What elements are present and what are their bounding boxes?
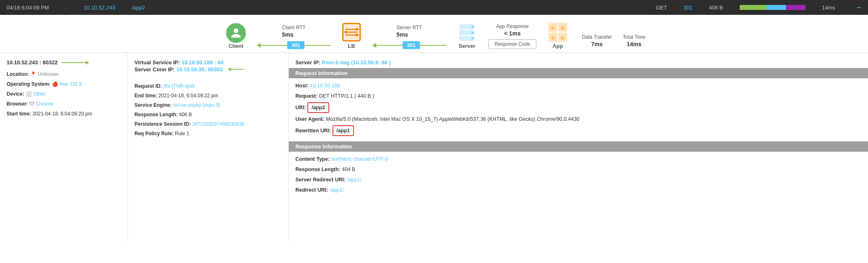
request-id-row: Request ID: jRx-jTNR-ItyW [134,82,282,90]
client-rtt-value: 5ms [282,31,305,38]
left-panel: 10.10.52.243 : 60322 Location: 📍 Unknown… [0,53,128,242]
vip-row: Virtual Service IP: 10.10.50.188 : 80 [134,59,243,66]
arrow-line [261,45,288,46]
browser-value: Chrome [36,101,54,107]
total-time: 14ms [822,5,835,11]
arrow-line5 [231,69,243,70]
server-label: Server [459,43,475,49]
main-content: 10.10.52.243 : 60322 Location: 📍 Unknown… [0,53,868,242]
request-value: GET HTTP/1.1 ( 440 B ) [319,93,374,99]
response-info-section: Response Information Content Type: text/… [289,141,868,200]
http-method: GET [656,5,667,11]
server-ip-value: Pool-2-img (10.10.50.9: 80 ) [322,59,391,66]
status-code: 301 [684,5,693,11]
data-transfer-label: Data Transfer [582,34,612,40]
end-time-label: End time: [134,93,157,99]
timestamp: 04/18 6:04:09 PM [7,5,49,11]
redirect-uri-value: /app1/ [330,187,344,193]
end-time-row: End time: 2021-04-18, 6:04:09:22 pm [134,92,282,99]
client-rtt: Client RTT 5ms 301 [257,25,331,49]
network-diagram: Client Client RTT 5ms 301 [0,15,868,53]
client-icon [226,23,246,43]
total-time-value: 14ms [627,41,642,47]
server-redirect-value: /app1/ [347,177,361,183]
arrow-line3 [376,45,403,46]
persistence-row: Persistence Session ID: 3472328297456030… [134,120,282,128]
client-arrow [61,61,89,65]
response-code-box: Response Code [488,39,536,49]
vip-label: Virtual Service IP: [134,59,180,66]
redirect-uri-label: Redirect URI: [295,187,328,193]
request-info-section: Request Information Host: 10.10.50.188 R… [289,68,868,141]
server-rtt: Server RTT 5ms 301 [372,25,446,49]
data-transfer-col: Data Transfer 7ms [578,34,616,49]
browser-row: Browser: 🛡 Chrome [7,100,121,108]
client-rtt-label: Client RTT [282,25,305,31]
request-row: Request: GET HTTP/1.1 ( 440 B ) [295,92,861,100]
os-value: Mac OS X [59,81,82,87]
timing-bar [740,5,806,10]
top-bar: 04/18 6:04:09 PM - 10.10.52.243 /app2 GE… [0,0,868,15]
req-policy-value: Rule 1 [175,131,189,136]
vip-arrow-row: Virtual Service IP: 10.10.50.188 : 80 Se… [134,59,282,77]
arrow-left-head3 [228,67,231,71]
response-code-label: Response Code [495,41,530,47]
location-label: Location: [7,71,29,77]
response-info-header: Response Information [289,141,868,152]
uri-value: /app2 [307,102,329,113]
mid-panel: Virtual Service IP: 10.10.50.188 : 80 Se… [128,53,289,242]
end-time-value: 2021-04-18, 6:04:09:22 pm [158,93,218,99]
device-icon: ⬜ [26,91,33,97]
arrow-line4 [419,45,446,46]
response-length-value: 406 B [179,112,192,117]
collapse-button[interactable]: − [856,3,861,12]
server-node: Server [446,23,488,49]
response-length-row: Response Length: 406 B [134,111,282,118]
server-rtt-label: Server RTT [396,25,422,31]
resp-length-label: Response Length: [295,167,340,172]
app-label: App [552,43,563,49]
client-badge-301: 301 [287,41,304,49]
arrow-line2 [304,45,331,46]
total-time-col: Total Time 14ms [616,34,653,49]
req-policy-label: Req Policy Rule: [134,131,174,136]
device-value: Other [33,91,45,97]
device-row: Device: ⬜ Other [7,90,121,98]
client-ip-row: 10.10.52.243 : 60322 [7,59,121,66]
client-label: Client [229,43,243,49]
resp-length-value: 404 B [342,167,356,172]
request-id-value: jRx-jTNR-ItyW [163,83,195,89]
location-value: Unknown [38,71,59,77]
request-info-body: Host: 10.10.50.188 Request: GET HTTP/1.1… [289,78,868,141]
response-length-label: Response Length: [134,112,178,117]
server-redirect-label: Server Redirect URI: [295,177,346,183]
browser-icon: 🛡 [29,101,35,107]
server-ip-row: Server IP: Pool-2-img (10.10.50.9: 80 ) [289,53,868,68]
user-agent-row: User Agent: Mozilla/5.0 (Macintosh; Inte… [295,115,667,123]
dash: - [66,5,67,11]
data-transfer-value: 7ms [591,41,603,47]
svg-point-13 [472,38,473,39]
total-time-label: Total Time [623,34,646,40]
lb-node: LB [331,21,372,49]
content-type-value: text/html; charset=UTF-8 [331,156,388,162]
server-redirect-row: Server Redirect URI: /app1/ [295,176,861,184]
server-ip-label: Server IP: [295,59,321,66]
arrow-left-head2 [372,43,376,48]
server-conn-value: 10.10.50.35: 56383 [176,66,223,73]
server-rtt-value: 5ms [396,31,422,38]
right-panel: Server IP: Pool-2-img (10.10.50.9: 80 ) … [289,53,868,242]
server-conn-label: Server Conn IP: [134,66,175,73]
host-label: Host: [295,83,309,89]
content-type-label: Content Type: [295,156,330,162]
server-icon [457,23,477,43]
response-size: 406 B [709,5,723,11]
server-badge-301: 301 [403,41,420,49]
request-info-header: Request Information [289,68,868,78]
svg-point-11 [472,26,473,28]
client-node: Client [215,23,257,49]
os-row: Operating System: 🍎 Mac OS X [7,80,121,88]
client-ip-value: 10.10.52.243 : 60322 [7,59,58,66]
redirect-uri-row: Redirect URI: /app1/ [295,186,861,194]
device-label: Device: [7,91,24,97]
